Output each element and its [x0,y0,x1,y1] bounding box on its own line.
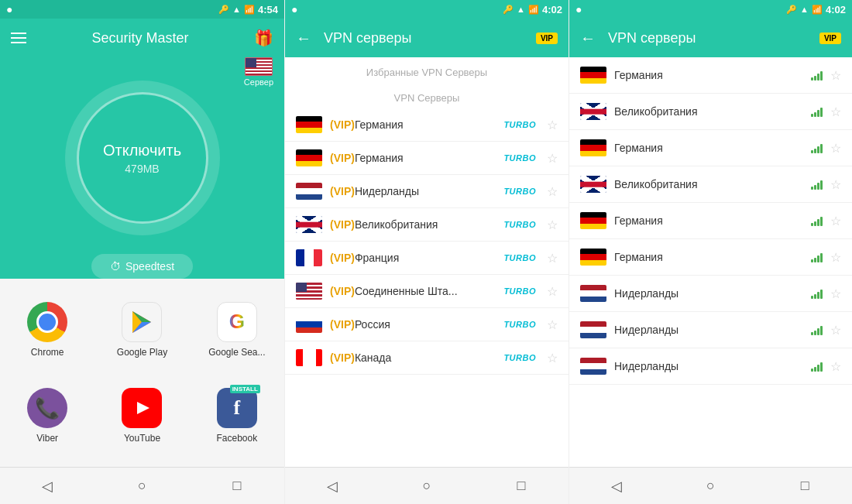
svg-marker-4 [137,402,149,414]
home-nav-1[interactable]: ○ [126,471,157,502]
signal-icon-2: 📶 [528,5,539,15]
notification-dot-3: ● [575,3,582,15]
app-youtube[interactable]: YouTube [94,373,189,460]
star-ca-1[interactable]: ☆ [547,351,558,365]
apps-grid: Chrome Google Play G Google Sea... 📞 [0,279,284,467]
star-fr-1[interactable]: ☆ [547,251,558,266]
signal-bars-5 [811,215,823,226]
vpn-free-gb-2[interactable]: Великобритания ☆ [569,166,852,203]
star-gb-1[interactable]: ☆ [547,218,558,232]
star-ru-1[interactable]: ☆ [547,317,558,332]
data-usage: 479MB [125,163,159,175]
back-button-2[interactable]: ← [296,29,311,47]
vpn-free-name-de-3: Германия [614,214,803,227]
vpn-free-de-2[interactable]: Германия ☆ [569,130,852,166]
vpn-item-us-1[interactable]: (VIP)Соединенные Шта... TURBO ☆ [285,275,569,308]
turbo-badge-6: TURBO [503,286,536,296]
star-free-nl-2[interactable]: ☆ [830,323,841,338]
back-nav-1[interactable]: ◁ [32,471,63,502]
notification-dot-2: ● [291,3,297,15]
star-free-de-3[interactable]: ☆ [830,214,841,228]
home-nav-2[interactable]: ○ [411,471,442,502]
vpn-free-nl-1[interactable]: Нидерланды ☆ [569,276,852,312]
star-free-nl-3[interactable]: ☆ [830,359,841,374]
vpn-free-gb-1[interactable]: Великобритания ☆ [569,94,852,130]
app-chrome-label: Chrome [31,347,64,358]
vpn-name-nl-1: (VIP)Нидерланды [330,185,496,197]
speedtest-button[interactable]: ⏱ Speedtest [91,254,193,279]
recent-nav-3[interactable]: □ [789,471,820,502]
main-body: Сервер Отключить 479MB ⏱ Speedtest [0,57,284,279]
vpn-item-de-1[interactable]: (VIP)Германия TURBO ☆ [285,108,569,142]
vpn-item-de-2[interactable]: (VIP)Германия TURBO ☆ [285,142,569,175]
app-facebook-label: Facebook [216,433,257,444]
star-us-1[interactable]: ☆ [547,284,558,299]
app-google-search[interactable]: G Google Sea... [190,286,284,373]
viber-icon: 📞 [27,388,67,428]
gift-button[interactable]: 🎁 [254,29,273,47]
vpn-free-name-de-2: Германия [614,142,803,154]
turbo-badge-4: TURBO [503,220,536,229]
disconnect-text: Отключить [103,142,181,159]
turbo-badge-5: TURBO [503,253,536,262]
vpn-free-de-3[interactable]: Германия ☆ [569,203,852,239]
star-de-2[interactable]: ☆ [547,151,558,166]
star-free-nl-1[interactable]: ☆ [830,286,841,301]
app-google-play[interactable]: Google Play [94,286,189,373]
star-free-de-1[interactable]: ☆ [830,68,841,83]
app-youtube-label: YouTube [124,433,160,444]
vpn-item-gb-1[interactable]: (VIP)Великобритания TURBO ☆ [285,208,569,242]
vpn-item-ru-1[interactable]: (VIP)Россия TURBO ☆ [285,308,569,341]
key-icon-2: 🔑 [503,5,514,15]
signal-bars-3 [811,142,823,153]
vpn-free-de-4[interactable]: Германия ☆ [569,239,852,276]
app-chrome[interactable]: Chrome [0,286,94,373]
star-free-de-4[interactable]: ☆ [830,250,841,265]
app-header: Security Master 🎁 [0,19,284,57]
back-nav-3[interactable]: ◁ [601,471,632,502]
vpn-list-body-3: Германия ☆ Великобритания ☆ Германия ☆ [569,57,852,467]
home-nav-3[interactable]: ○ [695,471,726,502]
chrome-icon [27,302,67,342]
wifi-icon-2: ▲ [517,5,525,14]
back-button-3[interactable]: ← [580,29,596,47]
star-nl-1[interactable]: ☆ [547,184,558,199]
vpn-name-fr-1: (VIP)Франция [330,252,496,264]
signal-icon-status: 📶 [244,5,255,15]
turbo-badge-7: TURBO [503,320,536,329]
vpn-free-nl-3[interactable]: Нидерланды ☆ [569,348,852,385]
vpn-list-body-2: Избранные VPN Серверы VPN Серверы (VIP)Г… [285,57,569,467]
recent-nav-2[interactable]: □ [506,471,537,502]
star-free-de-2[interactable]: ☆ [830,141,841,156]
speedtest-label: Speedtest [125,260,174,273]
speedometer-icon: ⏱ [110,260,121,273]
star-free-gb-2[interactable]: ☆ [830,177,841,192]
menu-button[interactable] [11,33,26,43]
server-selector[interactable]: Сервер [244,57,273,87]
signal-icon-3: 📶 [812,5,823,15]
vpn-item-fr-1[interactable]: (VIP)Франция TURBO ☆ [285,242,569,275]
vpn-free-nl-2[interactable]: Нидерланды ☆ [569,312,852,348]
app-title: Security Master [91,30,188,46]
vpn-name-de-1: (VIP)Германия [330,118,496,131]
recent-nav-1[interactable]: □ [222,471,253,502]
gplay-icon [122,302,162,342]
flag-free-nl-2 [580,321,606,338]
flag-free-de-1 [580,67,606,84]
time-3: 4:02 [826,4,846,15]
star-de-1[interactable]: ☆ [547,118,558,132]
status-left-2: ● [291,3,297,15]
security-master-panel: ● 🔑 ▲ 📶 4:54 Security Master 🎁 Сервер [0,0,284,504]
status-bar-1: ● 🔑 ▲ 📶 4:54 [0,0,284,19]
notification-dot: ● [6,3,12,15]
star-free-gb-1[interactable]: ☆ [830,105,841,119]
vpn-item-nl-1[interactable]: (VIP)Нидерланды TURBO ☆ [285,175,569,208]
app-google-label: Google Sea... [208,347,265,358]
flag-free-nl-1 [580,285,606,302]
app-viber[interactable]: 📞 Viber [0,373,94,460]
disconnect-button[interactable]: Отключить 479MB [77,92,208,224]
vpn-item-ca-1[interactable]: (VIP)Канада TURBO ☆ [285,341,569,375]
vpn-free-de-1[interactable]: Германия ☆ [569,57,852,94]
back-nav-2[interactable]: ◁ [317,471,348,502]
app-facebook[interactable]: f INSTALL Facebook [190,373,284,460]
